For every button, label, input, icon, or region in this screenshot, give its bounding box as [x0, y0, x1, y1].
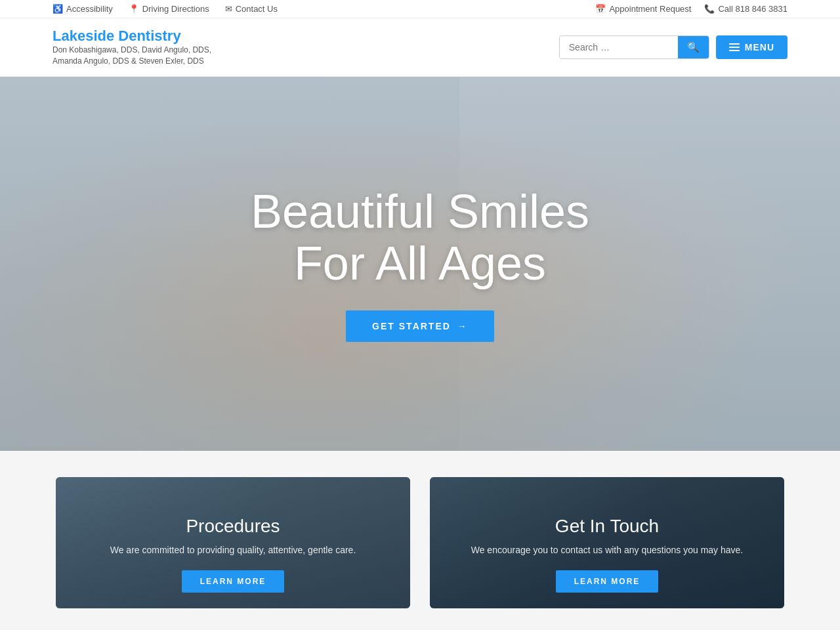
hero-title-line1: Beautiful Smiles: [251, 185, 589, 238]
appointment-request-link[interactable]: 📅 Appointment Request: [595, 4, 691, 14]
location-icon: 📍: [129, 4, 139, 14]
call-label: Call 818 846 3831: [718, 4, 788, 14]
driving-directions-label: Driving Directions: [142, 4, 209, 14]
procedures-card: Procedures We are committed to providing…: [56, 477, 410, 608]
main-nav: Lakeside Dentistry Don Kobashigawa, DDS,…: [0, 18, 840, 77]
nav-right: 🔍 MENU: [559, 35, 788, 59]
accessibility-label: Accessibility: [66, 4, 113, 14]
driving-directions-link[interactable]: 📍 Driving Directions: [129, 4, 209, 14]
hero-title-line2: For All Ages: [294, 237, 546, 289]
hero-section: Beautiful Smiles For All Ages GET STARTE…: [0, 77, 840, 451]
procedures-card-title: Procedures: [110, 516, 356, 537]
search-button[interactable]: 🔍: [678, 36, 709, 58]
search-icon: 🔍: [687, 41, 700, 52]
cards-section: Procedures We are committed to providing…: [0, 451, 840, 630]
logo-subtitle-line1: Don Kobashigawa, DDS, David Angulo, DDS,: [52, 45, 211, 54]
hero-content: Beautiful Smiles For All Ages GET STARTE…: [251, 186, 589, 342]
appointment-request-label: Appointment Request: [609, 4, 691, 14]
logo-area: Lakeside Dentistry Don Kobashigawa, DDS,…: [52, 28, 211, 67]
accessibility-link[interactable]: ♿ Accessibility: [52, 4, 113, 14]
logo-subtitle-line2: Amanda Angulo, DDS & Steven Exler, DDS: [52, 56, 204, 66]
logo-title[interactable]: Lakeside Dentistry: [52, 28, 211, 45]
top-bar-right: 📅 Appointment Request 📞 Call 818 846 383…: [595, 4, 788, 14]
search-form: 🔍: [559, 35, 709, 59]
hamburger-icon: [729, 43, 740, 51]
get-started-label: GET STARTED: [372, 321, 451, 331]
calendar-icon: 📅: [595, 4, 606, 14]
get-in-touch-card-title: Get In Touch: [471, 516, 744, 537]
hero-title: Beautiful Smiles For All Ages: [251, 186, 589, 289]
top-bar-left: ♿ Accessibility 📍 Driving Directions ✉ C…: [52, 4, 278, 14]
accessibility-icon: ♿: [52, 4, 63, 14]
envelope-icon: ✉: [225, 4, 232, 14]
arrow-icon: →: [457, 321, 468, 331]
contact-us-link[interactable]: ✉ Contact Us: [225, 4, 278, 14]
procedures-card-text: We are committed to providing quality, a…: [110, 543, 356, 557]
get-in-touch-learn-more-button[interactable]: LEARN MORE: [556, 570, 659, 593]
menu-label: MENU: [745, 42, 774, 52]
get-in-touch-card-text: We encourage you to contact us with any …: [471, 543, 744, 557]
logo-subtitle: Don Kobashigawa, DDS, David Angulo, DDS,…: [52, 45, 211, 67]
get-started-button[interactable]: GET STARTED →: [346, 310, 494, 342]
call-link[interactable]: 📞 Call 818 846 3831: [704, 4, 788, 14]
menu-button[interactable]: MENU: [716, 35, 788, 59]
get-in-touch-card-content: Get In Touch We encourage you to contact…: [452, 516, 763, 593]
contact-us-label: Contact Us: [236, 4, 278, 14]
procedures-learn-more-button[interactable]: LEARN MORE: [182, 570, 285, 593]
search-input[interactable]: [560, 37, 678, 58]
phone-icon: 📞: [704, 4, 715, 14]
procedures-card-content: Procedures We are committed to providing…: [91, 516, 376, 593]
top-bar: ♿ Accessibility 📍 Driving Directions ✉ C…: [0, 0, 840, 18]
get-in-touch-card: Get In Touch We encourage you to contact…: [430, 477, 784, 608]
